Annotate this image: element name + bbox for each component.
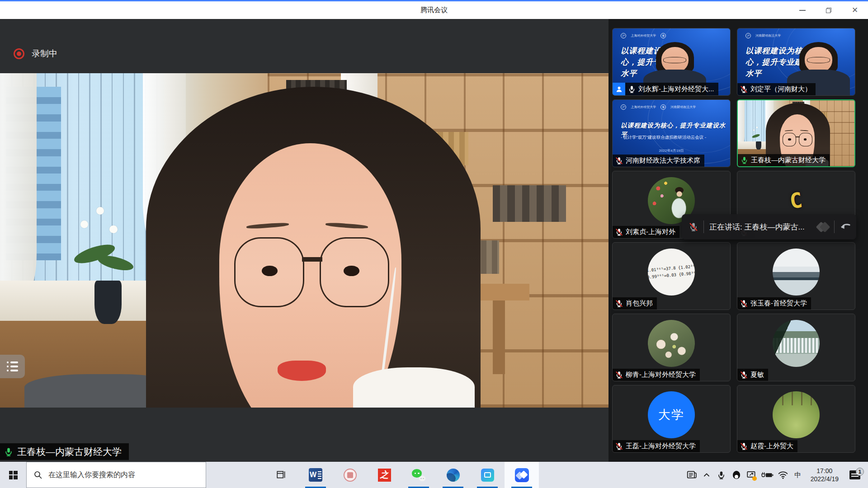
- participant-label: 赵霞-上外贸大: [737, 440, 797, 452]
- task-view-button[interactable]: [264, 462, 298, 488]
- participant-tile[interactable]: 柳青-上海对外经贸大学: [612, 314, 731, 381]
- tray-battery[interactable]: [760, 462, 774, 488]
- participant-tile-active-speaker[interactable]: 王春枝—内蒙古财经大学: [737, 99, 855, 167]
- taskbar-app-seal[interactable]: [333, 462, 367, 488]
- profile-badge-icon: [613, 83, 625, 95]
- participant-label: 刘永辉-上海对外经贸大...: [613, 83, 718, 95]
- university-seal-icon: [344, 469, 357, 482]
- participant-label: 柳青-上海对外经贸大学: [613, 369, 700, 381]
- notification-center-button[interactable]: 1: [845, 462, 864, 488]
- wechat-icon: [412, 468, 425, 482]
- recording-dot-icon: [14, 48, 24, 59]
- search-icon: [33, 470, 42, 479]
- red-calligraphy-icon: 之: [378, 469, 391, 482]
- status-dot: [752, 476, 757, 481]
- participant-label: 夏敏: [737, 369, 768, 381]
- participants-sidebar: 沪上海对外经贸大学豫 以课程建设为核心，提升专业建设水平 刘永辉-上海对外经贸大…: [609, 19, 868, 462]
- speaker-name: 王春枝—内蒙古财经大学: [17, 446, 122, 458]
- speaking-toast-text: 正在讲话: 王春枝—内蒙古...: [709, 222, 812, 232]
- taskbar-app-word[interactable]: W: [298, 462, 333, 488]
- taskbar-app-edge[interactable]: [436, 462, 470, 488]
- tray-qq[interactable]: [731, 462, 742, 488]
- windows-logo-icon: [9, 471, 18, 479]
- avatar: [773, 391, 820, 438]
- word-icon: W: [309, 468, 322, 482]
- mic-muted-icon: [740, 85, 748, 93]
- mic-on-icon: [4, 447, 13, 456]
- hidden-icons-button[interactable]: [701, 462, 712, 488]
- window-title: 腾讯会议: [420, 6, 448, 14]
- mic-on-icon: [741, 156, 748, 164]
- tray-cast[interactable]: [745, 462, 757, 488]
- qq-penguin-icon: [733, 471, 740, 479]
- participant-tile[interactable]: 沪上海对外经贸大学豫河南财经政法大学 以课程建设为核心，提升专业建设水平 - 统…: [612, 99, 731, 167]
- clock-time: 17:00: [811, 467, 839, 475]
- avatar: [648, 320, 695, 367]
- ime-indicator[interactable]: 中: [792, 462, 804, 488]
- participant-tile[interactable]: 沪河南财经政法大学 以课程建设为核心，提升专业建设水平 刘定平（河南财大）: [737, 28, 855, 96]
- jump-back-icon[interactable]: [840, 222, 852, 232]
- chevron-up-icon: [703, 471, 711, 479]
- participant-tile[interactable]: 沪上海对外经贸大学豫 以课程建设为核心，提升专业建设水平 刘永辉-上海对外经贸大…: [612, 28, 731, 96]
- participant-tile[interactable]: 赵霞-上外贸大: [737, 385, 855, 453]
- main-video-frame: [0, 73, 609, 408]
- mic-muted-icon: [615, 228, 623, 236]
- participant-label: 肖包兴邦: [613, 297, 657, 310]
- mic-muted-icon: [740, 442, 748, 450]
- tencent-meeting-window: 腾讯会议 ✕ 录制中: [0, 0, 868, 488]
- notification-badge: 1: [856, 468, 864, 476]
- mic-muted-icon: [689, 222, 698, 231]
- list-icon: [7, 361, 18, 371]
- avatar: [773, 320, 820, 367]
- taskbar-app-maxthon[interactable]: [470, 462, 505, 488]
- participant-label: 刘定平（河南财大）: [737, 83, 816, 95]
- windows-taskbar: W 之: [0, 462, 868, 488]
- minimize-button[interactable]: [789, 1, 816, 19]
- restore-button[interactable]: [816, 1, 842, 19]
- participant-label: 刘素贞-上海对外: [613, 226, 679, 238]
- main-video: [0, 73, 609, 408]
- microphone-icon: [717, 471, 726, 479]
- taskbar-app-red[interactable]: 之: [367, 462, 401, 488]
- window-titlebar: 腾讯会议 ✕: [0, 0, 868, 19]
- system-tray: 中 17:00 2022/4/19 1: [686, 462, 868, 488]
- mic-muted-icon: [615, 442, 623, 450]
- recording-indicator: 录制中: [14, 48, 57, 60]
- taskbar-clock[interactable]: 17:00 2022/4/19: [807, 462, 842, 488]
- taskbar-search[interactable]: [26, 462, 206, 488]
- mic-muted-icon: [615, 157, 623, 164]
- news-feed-button[interactable]: [686, 462, 698, 488]
- participant-label: 王春枝—内蒙古财经大学: [738, 154, 830, 166]
- clock-date: 2022/4/19: [811, 475, 839, 483]
- active-speaker-label: 王春枝—内蒙古财经大学: [0, 443, 129, 460]
- tray-microphone[interactable]: [716, 462, 727, 488]
- participant-label: 张玉春-首经贸大学: [737, 297, 811, 310]
- speaking-toast: 正在讲话: 王春枝—内蒙古...: [682, 214, 856, 239]
- battery-charging-icon: [760, 470, 774, 479]
- task-view-icon: [276, 469, 287, 480]
- agenda-panel-toggle[interactable]: [0, 355, 25, 378]
- tray-wifi[interactable]: [777, 462, 789, 488]
- participant-tile[interactable]: 张玉春-首经贸大学: [737, 242, 855, 310]
- participant-tile[interactable]: 大学 王磊-上海对外经贸大学: [612, 385, 731, 453]
- taskbar-app-tencent-meeting[interactable]: [505, 462, 539, 488]
- mic-on-icon: [628, 85, 636, 93]
- avatar: 大学: [648, 391, 695, 438]
- maxthon-icon: [481, 469, 494, 482]
- news-icon: [686, 469, 697, 480]
- search-input[interactable]: [48, 471, 199, 479]
- avatar: [773, 249, 820, 296]
- meeting-watermark-icon: [817, 223, 829, 231]
- edge-icon: [447, 469, 460, 482]
- participant-label: 王磊-上海对外经贸大学: [613, 440, 700, 452]
- participant-tile[interactable]: 夏敏: [737, 314, 855, 381]
- taskbar-app-wechat[interactable]: [401, 462, 436, 488]
- start-button[interactable]: [0, 462, 26, 488]
- participant-tile[interactable]: {1.01³⁶⁵=37.8 {1.02³⁶⁵{0.99³⁶⁵=0.03 {0.9…: [612, 242, 731, 310]
- tencent-meeting-icon: [515, 468, 529, 482]
- mic-muted-icon: [740, 371, 748, 379]
- wifi-icon: [778, 470, 788, 479]
- window-controls: ✕: [789, 1, 868, 19]
- notification-icon: 1: [849, 470, 860, 479]
- close-button[interactable]: ✕: [842, 1, 868, 19]
